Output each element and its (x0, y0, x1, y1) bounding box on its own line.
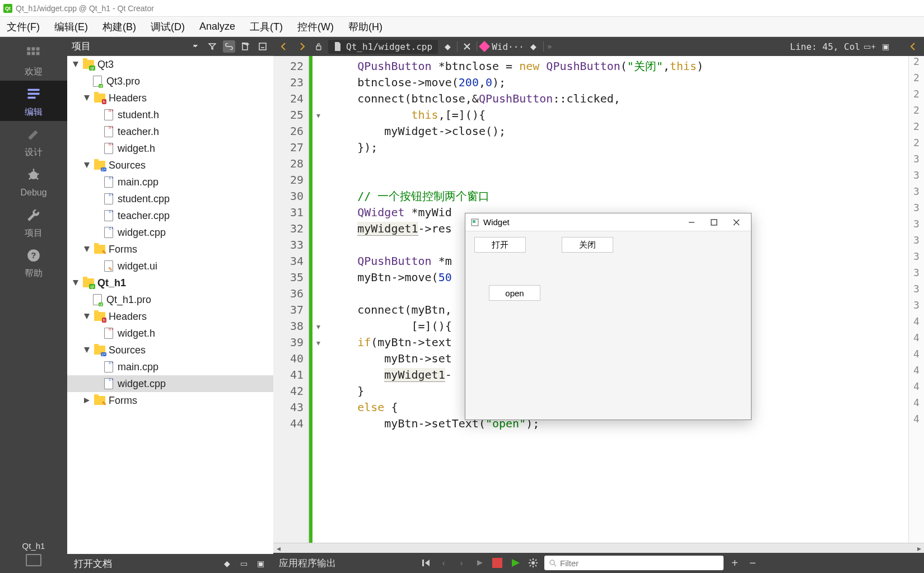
file-crumb[interactable]: Qt_h1/widget.cpp (328, 40, 438, 54)
scroll-right-icon[interactable]: ▸ (914, 543, 924, 553)
play-button[interactable] (508, 556, 522, 570)
project-tree[interactable]: Qt3 Qt3.pro Headers student.h teacher.h … (67, 56, 273, 554)
step-icon[interactable] (419, 556, 432, 570)
filter-box[interactable] (544, 556, 724, 570)
menu-tools[interactable]: 工具(T) (250, 20, 283, 34)
tree-widgeth[interactable]: widget.h (67, 140, 273, 157)
tree-studentcpp[interactable]: student.cpp (67, 190, 273, 207)
menu-file[interactable]: 文件(F) (7, 20, 40, 34)
child-open-button[interactable]: 打开 (474, 237, 526, 253)
docs-dropdown-icon[interactable]: ◆ (221, 557, 233, 570)
tree-qth1pro[interactable]: Qt_h1.pro (67, 291, 273, 308)
mode-design[interactable]: 设计 (0, 121, 67, 161)
tree-qt3[interactable]: Qt3 (67, 56, 273, 73)
fold-column[interactable]: ▾▾▾ (312, 56, 324, 543)
close-icon[interactable] (727, 216, 745, 229)
menu-analyze[interactable]: Analyze (199, 21, 235, 32)
editor-toolbar: Qt_h1/widget.cpp ◆ Wid··· ◆ » Line: 45, … (273, 37, 924, 56)
mode-welcome[interactable]: 欢迎 (0, 40, 67, 81)
child-titlebar[interactable]: Widget (465, 213, 751, 231)
minimize-output-icon[interactable]: − (746, 556, 759, 570)
file-dropdown-icon[interactable]: ◆ (441, 40, 454, 53)
tree-widgetcpp[interactable]: widget.cpp (67, 224, 273, 241)
tree-widgeth2[interactable]: widget.h (67, 325, 273, 342)
symbol-dropdown[interactable]: Wid··· (492, 41, 524, 52)
tree-studenth[interactable]: student.h (67, 106, 273, 123)
symbol-updown-icon[interactable]: ◆ (528, 40, 540, 53)
mode-project[interactable]: 项目 (0, 202, 67, 242)
tree-widgetui[interactable]: widget.ui (67, 258, 273, 274)
mode-help[interactable]: ? 帮助 (0, 242, 67, 282)
tree-headers[interactable]: Headers (67, 90, 273, 106)
tree-teachercpp[interactable]: teacher.cpp (67, 207, 273, 224)
tree-sources2[interactable]: Sources (67, 342, 273, 358)
mode-debug[interactable]: Debug (0, 161, 67, 202)
wrench-icon (24, 205, 44, 225)
menu-debug[interactable]: 调试(D) (151, 20, 185, 34)
maximize-icon[interactable] (705, 216, 723, 229)
svg-rect-7 (28, 92, 40, 95)
horizontal-scrollbar[interactable]: ◂ ▸ (273, 543, 924, 553)
open-docs-header: 打开文档 ◆ ▭ ▣ (67, 554, 273, 573)
tree-qt3pro[interactable]: Qt3.pro (67, 73, 273, 90)
prev-icon[interactable]: ‹ (437, 556, 450, 570)
collapse-icon[interactable] (256, 40, 269, 53)
tree-sources[interactable]: Sources (67, 157, 273, 174)
svg-rect-8 (28, 96, 36, 99)
add-split-icon[interactable] (240, 40, 252, 53)
minimize-icon[interactable] (683, 216, 701, 229)
window-title: Qt_h1/widget.cpp @ Qt_h1 - Qt Creator (16, 4, 154, 13)
mode-edit[interactable]: 编辑 (0, 81, 67, 121)
menu-help[interactable]: 帮助(H) (348, 20, 382, 34)
menu-edit[interactable]: 编辑(E) (54, 20, 88, 34)
add-output-icon[interactable]: + (728, 556, 741, 570)
child-open-en-button[interactable]: open (489, 285, 540, 301)
split-add-icon[interactable]: ▭+ (864, 40, 876, 53)
tree-qth1[interactable]: Qt_h1 (67, 274, 273, 291)
dropdown-icon[interactable] (189, 40, 202, 53)
menu-build[interactable]: 构建(B) (102, 20, 136, 34)
child-window[interactable]: Widget 打开 关闭 open (465, 213, 752, 420)
tree-widgetcpp2[interactable]: widget.cpp (67, 375, 273, 392)
settings-icon[interactable] (526, 556, 540, 570)
svg-rect-6 (28, 88, 40, 91)
tree-maincpp2[interactable]: main.cpp (67, 358, 273, 375)
tree-maincpp[interactable]: main.cpp (67, 174, 273, 190)
tree-teacherh[interactable]: teacher.h (67, 123, 273, 140)
next-icon[interactable]: › (455, 556, 468, 570)
app-icon (471, 218, 479, 226)
mode-bar: 欢迎 编辑 设计 Debug 项目 ? (0, 37, 67, 573)
stop-button[interactable] (491, 556, 504, 570)
project-pane: 项目 Qt3 Qt3.pro Headers student.h teacher… (67, 37, 273, 573)
scroll-left-icon[interactable]: ◂ (273, 543, 283, 553)
monitor-icon (26, 554, 41, 566)
child-close-button[interactable]: 关闭 (562, 237, 613, 253)
svg-line-13 (29, 178, 32, 180)
split-collapse-icon[interactable]: ▣ (879, 40, 892, 53)
nav-back-icon[interactable] (277, 39, 291, 54)
run-small-icon[interactable] (473, 556, 486, 570)
file-path: Qt_h1/widget.cpp (346, 41, 432, 52)
nav-fwd-icon[interactable] (295, 39, 309, 54)
svg-rect-4 (32, 52, 35, 55)
close-file-icon[interactable] (461, 40, 473, 53)
kit-selector[interactable]: Qt_h1 (0, 537, 67, 573)
project-header-title: 项目 (72, 40, 185, 53)
link-icon[interactable] (223, 40, 235, 53)
grid-icon (24, 44, 44, 64)
svg-rect-5 (36, 52, 40, 55)
tree-forms[interactable]: Forms (67, 241, 273, 258)
diamond-icon (479, 41, 490, 52)
menu-widgets[interactable]: 控件(W) (297, 20, 334, 34)
docs-split-icon[interactable]: ▭ (237, 557, 250, 570)
minimap[interactable]: 22222233333333334444444 (908, 56, 924, 543)
window-titlebar: Qt Qt_h1/widget.cpp @ Qt_h1 - Qt Creator (0, 0, 924, 17)
tree-headers2[interactable]: Headers (67, 308, 273, 325)
filter-icon[interactable] (206, 40, 218, 53)
nav-left-pane-icon[interactable] (906, 39, 921, 54)
mode-debug-label: Debug (20, 188, 46, 198)
docs-collapse-icon[interactable]: ▣ (254, 557, 267, 570)
filter-input[interactable] (560, 558, 719, 568)
tree-forms2[interactable]: Forms (67, 392, 273, 409)
lock-icon[interactable] (312, 40, 325, 53)
